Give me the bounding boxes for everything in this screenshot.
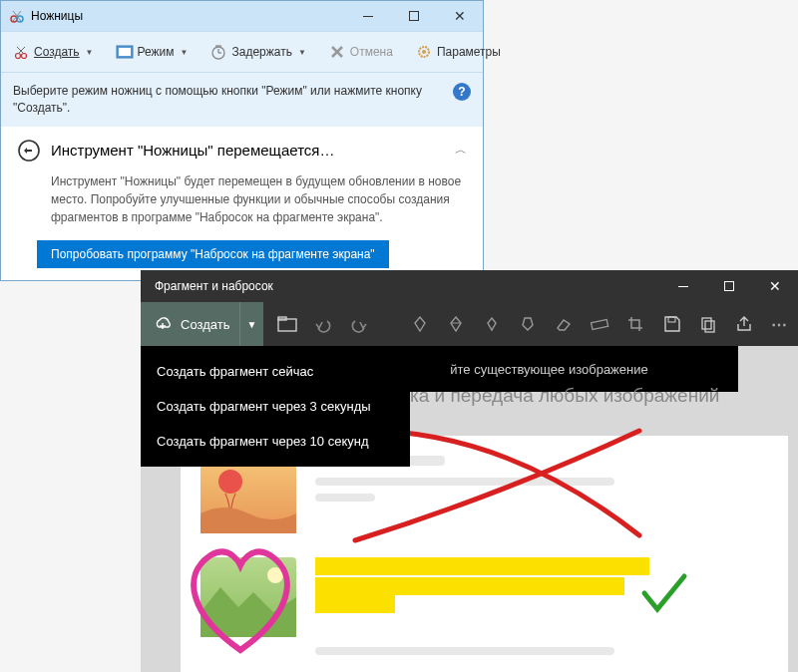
minimize-button[interactable] (660, 270, 706, 302)
options-button[interactable]: Параметры (410, 38, 506, 66)
info-bar: Выберите режим ножниц с помощью кнопки "… (1, 73, 483, 127)
new-label: Создать (181, 317, 229, 332)
highlight-annotation (315, 577, 624, 595)
cancel-icon (328, 43, 346, 61)
notification-body: Инструмент "Ножницы" будет перемещен в б… (51, 172, 467, 226)
delay-button[interactable]: Задержать ▼ (204, 38, 310, 66)
sketch-titlebar[interactable]: Фрагмент и набросок ✕ (141, 270, 798, 302)
highlight-annotation (315, 595, 395, 613)
close-button[interactable]: ✕ (752, 270, 798, 302)
snip-now-item[interactable]: Создать фрагмент сейчас (141, 354, 410, 389)
snip-3s-item[interactable]: Создать фрагмент через 3 секунды (141, 389, 410, 424)
title-text: Ножницы (31, 9, 345, 23)
ruler-button[interactable] (582, 302, 617, 346)
gear-icon (415, 43, 433, 61)
heart-annotation (171, 535, 310, 665)
sketch-title: Фрагмент и набросок (155, 279, 660, 293)
svg-rect-21 (278, 319, 296, 331)
try-button[interactable]: Попробовать программу "Набросок на фрагм… (37, 240, 389, 268)
delay-label: Задержать (231, 45, 291, 59)
svg-rect-26 (702, 318, 711, 329)
content-image (181, 436, 788, 672)
new-dropdown-menu: Создать фрагмент сейчас Создать фрагмент… (141, 346, 410, 467)
check-annotation (639, 571, 689, 616)
maximize-button[interactable] (391, 1, 437, 31)
pen-button[interactable] (438, 302, 474, 346)
undo-button[interactable] (305, 302, 341, 346)
new-dropdown-button[interactable]: ▼ (239, 302, 262, 346)
notification-card: Инструмент "Ножницы" перемещается… ︿ Инс… (1, 127, 483, 280)
overlay-text: йте существующее изображение (450, 362, 647, 377)
snipping-tool-window: Ножницы ✕ Создать ▼ Режим ▼ Задержать ▼ … (0, 0, 484, 281)
pencil-button[interactable] (474, 302, 510, 346)
sketch-toolbar: Создать ▼ ⋯ (141, 302, 798, 346)
snip-10s-item[interactable]: Создать фрагмент через 10 секунд (141, 424, 410, 459)
svg-point-4 (16, 54, 21, 59)
copy-button[interactable] (690, 302, 726, 346)
new-snip-button[interactable]: Создать ▼ (7, 38, 99, 66)
cloud-icon (153, 315, 173, 333)
mode-icon (116, 43, 134, 61)
svg-rect-27 (705, 321, 714, 332)
redo-button[interactable] (341, 302, 377, 346)
svg-rect-25 (668, 317, 675, 322)
snipping-toolbar: Создать ▼ Режим ▼ Задержать ▼ Отмена Пар… (1, 31, 483, 73)
header-text: ка и передача любых изображений (410, 385, 719, 407)
new-label: Создать (34, 45, 80, 59)
new-button[interactable]: Создать (141, 302, 239, 346)
minimize-button[interactable] (345, 1, 391, 31)
dropdown-arrow-icon: ▼ (181, 48, 189, 57)
mode-button[interactable]: Режим ▼ (111, 38, 194, 66)
chevron-down-icon: ▼ (247, 319, 257, 330)
help-icon[interactable]: ? (453, 83, 471, 101)
move-icon (17, 139, 41, 163)
cancel-label: Отмена (350, 45, 393, 59)
dots-icon: ⋯ (771, 315, 789, 334)
placeholder (315, 647, 614, 655)
notification-header: Инструмент "Ножницы" перемещается… ︿ (17, 139, 467, 163)
eraser-button[interactable] (546, 302, 582, 346)
svg-point-17 (422, 50, 426, 54)
mode-label: Режим (138, 45, 175, 59)
svg-rect-9 (119, 48, 131, 56)
more-button[interactable]: ⋯ (762, 302, 798, 346)
dropdown-arrow-icon: ▼ (86, 48, 94, 57)
cancel-button: Отмена (323, 38, 398, 66)
save-button[interactable] (653, 302, 689, 346)
options-label: Параметры (437, 45, 501, 59)
notification-title: Инструмент "Ножницы" перемещается… (51, 142, 445, 159)
snip-sketch-window: Фрагмент и набросок ✕ Создать ▼ ⋯ Создат… (141, 270, 798, 672)
scissors-icon (12, 43, 30, 61)
maximize-button[interactable] (706, 270, 752, 302)
svg-rect-24 (592, 319, 608, 329)
svg-point-5 (22, 54, 27, 59)
app-icon (9, 8, 25, 24)
close-button[interactable]: ✕ (437, 1, 483, 31)
highlight-annotation (315, 557, 649, 575)
snipping-tool-titlebar[interactable]: Ножницы ✕ (1, 1, 483, 31)
highlighter-button[interactable] (510, 302, 546, 346)
open-button[interactable] (269, 302, 305, 346)
crop-button[interactable] (617, 302, 653, 346)
info-text: Выберите режим ножниц с помощью кнопки "… (13, 83, 443, 117)
chevron-up-icon[interactable]: ︿ (455, 142, 467, 159)
touch-write-button[interactable] (402, 302, 438, 346)
clock-icon (209, 43, 227, 61)
share-button[interactable] (726, 302, 762, 346)
dropdown-arrow-icon: ▼ (298, 48, 306, 57)
window-controls: ✕ (660, 270, 798, 302)
window-controls: ✕ (345, 1, 483, 31)
svg-point-28 (218, 470, 242, 494)
